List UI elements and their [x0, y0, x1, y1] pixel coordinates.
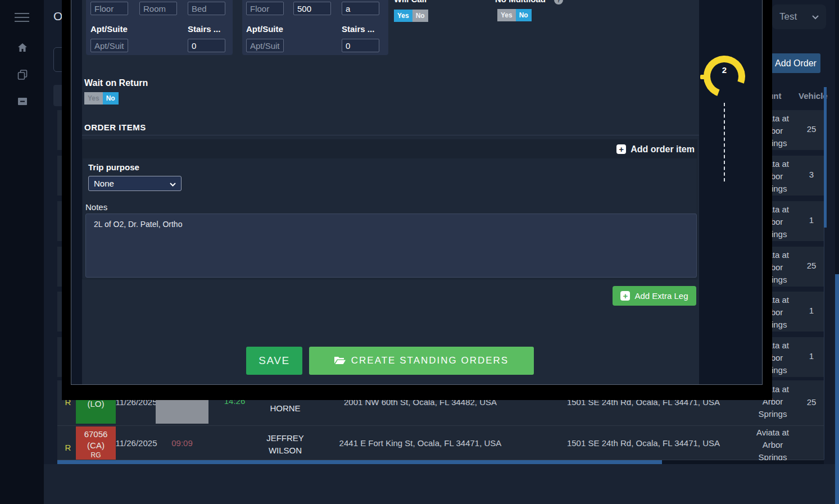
column-header-vehicle[interactable]: Vehicle — [799, 91, 828, 101]
dropoff-apt-input[interactable] — [246, 39, 284, 52]
order-modal: Apt/Suite Stairs ... Apt/Suite Stairs ..… — [71, 0, 763, 385]
no-multiload-label: No Multiload — [495, 0, 546, 4]
pickup-address-panel: Apt/Suite Stairs ... — [86, 0, 233, 55]
org-select[interactable]: Test — [772, 4, 826, 29]
row-count: 3 — [800, 170, 823, 179]
wait-on-return-yes[interactable]: Yes — [84, 92, 103, 105]
row-count: 25 — [800, 397, 823, 407]
row-pickup-address: 2441 E Fort King St, Ocala, FL 34471, US… — [337, 438, 504, 448]
h-scrollbar-thumb[interactable] — [57, 460, 662, 464]
leg-status-cell[interactable]: 67056 (CA) RG — [76, 426, 116, 460]
notes-label: Notes — [85, 202, 107, 212]
row-flag: R — [62, 443, 74, 452]
trip-purpose-label: Trip purpose — [88, 162, 139, 172]
menu-icon[interactable] — [15, 13, 29, 25]
row-count: 1 — [800, 351, 823, 361]
dropoff-address-panel: Apt/Suite Stairs ... — [242, 0, 388, 55]
will-call-toggle[interactable]: Yes No — [394, 10, 428, 22]
wait-on-return-no[interactable]: No — [103, 92, 119, 105]
org-select-value: Test — [779, 11, 797, 22]
row-time: 09:09 — [169, 438, 196, 448]
dropoff-bed-input[interactable] — [342, 2, 379, 15]
will-call-label: Will Call — [394, 0, 427, 4]
row-dropoff-address: 1501 SE 24th Rd, Ocala, FL 34471, USA — [562, 438, 725, 448]
copy-icon[interactable] — [17, 70, 28, 82]
order-items-card: + Add order item Trip purpose None Notes… — [82, 139, 697, 279]
wait-on-return-toggle[interactable]: Yes No — [84, 92, 119, 105]
row-date: 11/26/2025 — [115, 438, 157, 448]
add-order-button[interactable]: Add Order — [771, 53, 820, 73]
dropoff-room-input[interactable] — [293, 2, 331, 15]
no-multiload-no[interactable]: No — [516, 9, 532, 21]
plus-icon: + — [620, 291, 630, 301]
no-multiload-yes[interactable]: Yes — [497, 9, 516, 21]
row-count: 25 — [800, 124, 823, 134]
save-button[interactable]: SAVE — [246, 347, 302, 375]
pickup-stairs-input[interactable] — [188, 39, 225, 52]
will-call-yes[interactable]: Yes — [394, 10, 412, 22]
home-icon[interactable] — [17, 43, 28, 55]
dropoff-stairs-input[interactable] — [342, 39, 379, 52]
add-order-item-button[interactable]: + Add order item — [616, 144, 695, 155]
chevron-down-icon — [812, 11, 819, 22]
pickup-floor-input[interactable] — [90, 2, 128, 15]
chevron-down-icon — [170, 179, 176, 188]
notes-textarea[interactable]: 2L of O2, Dr. Patel, Ortho — [85, 214, 697, 278]
row-count: 1 — [800, 215, 823, 225]
dropoff-apt-label: Apt/Suite — [246, 24, 283, 34]
pickup-room-input[interactable] — [139, 2, 177, 15]
table-scrollbar-thumb[interactable] — [824, 87, 827, 228]
app-root: Orders Test Add Order ount Vehicle Aviat… — [0, 0, 839, 504]
sidebar — [0, 0, 44, 504]
no-multiload-toggle[interactable]: Yes No — [497, 9, 532, 21]
pickup-apt-input[interactable] — [90, 39, 128, 52]
pickup-stairs-label: Stairs ... — [188, 24, 220, 34]
dropoff-stairs-label: Stairs ... — [342, 24, 374, 34]
plus-icon: + — [616, 144, 626, 154]
row-count: 25 — [800, 261, 823, 270]
folder-open-icon — [334, 356, 346, 365]
row-count: 1 — [800, 306, 823, 315]
v-scrollbar-thumb[interactable] — [835, 274, 839, 504]
trip-purpose-select[interactable]: None — [88, 176, 182, 191]
row-name: HORNE — [256, 403, 315, 413]
order-items-title: ORDER ITEMS — [84, 122, 146, 132]
row-location: Aviata atArborSprings — [750, 426, 795, 464]
row-name: JEFFREYWILSON — [256, 432, 315, 457]
pickup-bed-input[interactable] — [188, 2, 225, 15]
pickup-apt-label: Apt/Suite — [90, 24, 128, 34]
order-items-card-header: + Add order item — [83, 140, 697, 158]
create-standing-orders-button[interactable]: CREATE STANDING ORDERS — [309, 347, 534, 375]
beacon-dashed-line — [724, 103, 725, 181]
tour-step-number: 2 — [704, 65, 745, 75]
wait-on-return-label: Wait on Return — [84, 78, 148, 88]
will-call-no[interactable]: No — [412, 10, 428, 22]
add-extra-leg-button[interactable]: + Add Extra Leg — [613, 286, 696, 306]
archive-icon[interactable] — [17, 96, 28, 108]
dropoff-floor-input[interactable] — [246, 2, 284, 15]
